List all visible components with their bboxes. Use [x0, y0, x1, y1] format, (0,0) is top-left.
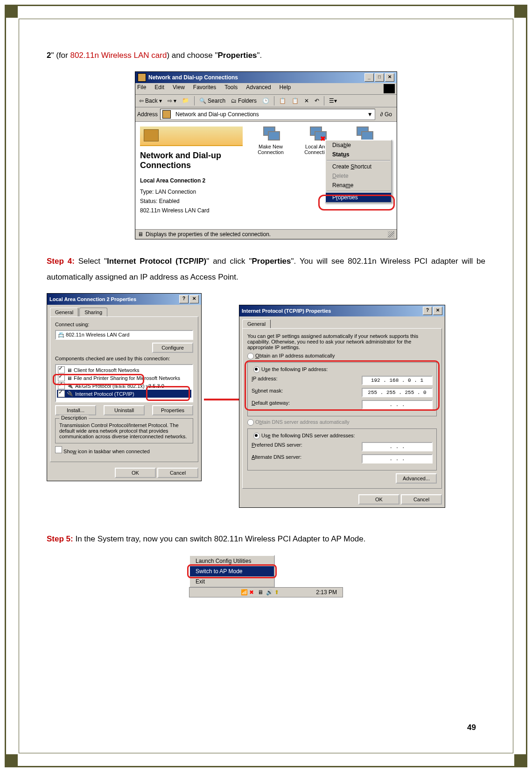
menu-edit[interactable]: Edit: [154, 84, 164, 93]
undo-button[interactable]: ↶: [313, 97, 321, 105]
cm-shortcut[interactable]: Create Shortcut: [326, 162, 391, 171]
move-to-button[interactable]: 📋: [277, 97, 288, 105]
tray-clock: 2:13 PM: [313, 589, 340, 596]
minimize-button[interactable]: _: [364, 73, 374, 82]
ip-field[interactable]: 192 . 168 . 0 . 1: [362, 376, 433, 385]
show-icon-checkbox[interactable]: Show icon in taskbar when connected: [55, 446, 193, 454]
tray-icon-1[interactable]: 📶: [241, 589, 247, 596]
folders-button[interactable]: 🗂 Folders: [229, 97, 259, 105]
adapter-icon: 📇: [58, 332, 64, 337]
dialog-tcpip-properties: Internet Protocol (TCP/IP) Properties ? …: [239, 305, 445, 508]
connection-icon: ✖: [310, 126, 325, 141]
adapter-field: 📇 802.11n Wireless LAN Card: [55, 330, 193, 340]
cancel-button[interactable]: Cancel: [157, 468, 198, 478]
tray-icon-3[interactable]: 🖥: [258, 589, 264, 596]
advanced-button[interactable]: Advanced...: [396, 473, 437, 484]
connection-new-icon: [263, 126, 278, 141]
arrow-icon: [202, 390, 239, 411]
search-button[interactable]: 🔍 Search: [197, 97, 227, 105]
gateway-field[interactable]: . . .: [362, 400, 433, 409]
menu-help[interactable]: Help: [280, 84, 291, 93]
close-button[interactable]: ✕: [385, 73, 394, 82]
install-button[interactable]: Install...: [55, 405, 96, 415]
dialog-title: Local Area Connection 2 Properties: [49, 296, 136, 302]
tab-sharing[interactable]: Sharing: [79, 308, 107, 316]
delete-button[interactable]: ✕: [302, 97, 311, 105]
tab-general[interactable]: General: [50, 308, 78, 316]
monitor-icon: 🖥: [138, 231, 143, 238]
cm-disable[interactable]: Disable: [326, 140, 391, 150]
content: 2" (for 802.11n Wireless LAN card) and c…: [47, 40, 485, 744]
maximize-button[interactable]: □: [375, 73, 384, 82]
cm-status[interactable]: Status: [326, 150, 391, 159]
configure-button[interactable]: Configure: [152, 343, 193, 353]
folder-up-icon: 📁: [182, 97, 189, 105]
pref-dns-field[interactable]: . . .: [362, 442, 433, 451]
forward-button[interactable]: ⇨ ▾: [166, 97, 178, 105]
tray-icon-5[interactable]: ⬆: [274, 589, 281, 596]
step4-text: Step 4: Select "Internet Protocol (TCP/I…: [47, 253, 485, 285]
menu-favorites[interactable]: Favorites: [193, 84, 216, 93]
intro-link: 802.11n Wireless LAN card: [70, 51, 167, 60]
tray-icon-4[interactable]: 🔊: [266, 589, 273, 596]
folder-banner-icon: [140, 126, 243, 146]
systray-screenshot: Launch Config Utilities Switch to AP Mod…: [189, 555, 343, 597]
radio-use-ip[interactable]: Use the following IP address:: [252, 366, 329, 373]
menu-tools[interactable]: Tools: [224, 84, 238, 93]
help-button[interactable]: ?: [423, 307, 432, 315]
description-label: Description: [59, 415, 89, 421]
tray-menu: Launch Config Utilities Switch to AP Mod…: [189, 555, 275, 588]
cancel-button[interactable]: Cancel: [401, 494, 442, 505]
menu-view[interactable]: View: [173, 84, 185, 93]
back-button[interactable]: ⇦ Back ▾: [137, 97, 164, 105]
resize-grip-icon[interactable]: [388, 231, 394, 238]
ok-button[interactable]: OK: [115, 468, 156, 478]
info-panel: Network and Dial-up Connections Local Ar…: [135, 122, 247, 229]
components-list[interactable]: 🖥Client for Microsoft Networks 🖥File and…: [55, 364, 193, 402]
dropdown-icon[interactable]: ▼: [367, 111, 373, 118]
type-line: Type: LAN Connection: [140, 189, 243, 195]
dialog-lac2-properties: Local Area Connection 2 Properties ? ✕ G…: [47, 293, 202, 481]
tab-general[interactable]: General: [242, 319, 271, 328]
radio-obtain-dns: Obtain DNS server address automatically: [247, 419, 437, 426]
close-button[interactable]: ✕: [189, 295, 199, 303]
cm-delete: Delete: [326, 171, 391, 181]
titlebar[interactable]: Network and Dial-up Connections _ □ ✕: [135, 72, 397, 83]
corner-bl: [5, 754, 18, 767]
help-button[interactable]: ?: [179, 295, 189, 303]
components-label: Components checked are used by this conn…: [55, 356, 193, 361]
item-make-new[interactable]: Make New Connection: [252, 126, 289, 155]
ok-button[interactable]: OK: [358, 494, 399, 505]
alt-dns-field[interactable]: . . .: [362, 454, 433, 463]
tray-icon-2[interactable]: ✖: [249, 589, 256, 596]
window-network-connections: Network and Dial-up Connections _ □ ✕ Fi…: [135, 71, 397, 239]
windows-logo-icon: [384, 84, 395, 93]
copy-to-button[interactable]: 📋: [290, 97, 301, 105]
mask-field[interactable]: 255 . 255 . 255 . 0: [362, 388, 433, 397]
menu-file[interactable]: File: [137, 84, 146, 93]
status-line: Status: Enabled: [140, 198, 243, 204]
taskbar-tray: 📶 ✖ 🖥 🔊 ⬆ 2:13 PM: [189, 587, 343, 597]
radio-obtain-auto[interactable]: Obtain an IP address automatically: [247, 353, 437, 359]
connect-using-label: Connect using:: [55, 322, 193, 327]
tray-switch[interactable]: Switch to AP Mode: [190, 566, 274, 576]
toolbar: ⇦ Back ▾ ⇨ ▾ 📁 🔍 Search 🗂 Folders 🕒 📋 📋 …: [135, 95, 397, 107]
page-number: 49: [467, 723, 476, 732]
address-field[interactable]: Network and Dial-up Connections ▼: [160, 109, 375, 120]
dialog-title: Internet Protocol (TCP/IP) Properties: [242, 308, 331, 314]
tray-exit[interactable]: Exit: [190, 576, 274, 587]
cm-rename[interactable]: Rename: [326, 181, 391, 190]
up-button[interactable]: 📁: [180, 96, 191, 105]
protocol-icon: 🔌: [67, 383, 73, 389]
description-text: Transmission Control Protocol/Internet P…: [59, 422, 189, 439]
properties-button[interactable]: Properties: [152, 405, 193, 415]
uninstall-button[interactable]: Uninstall: [104, 405, 145, 415]
cm-properties[interactable]: Properties: [326, 193, 391, 202]
history-button[interactable]: 🕒: [260, 97, 271, 105]
tray-launch[interactable]: Launch Config Utilities: [190, 556, 274, 566]
views-button[interactable]: ☰▾: [327, 97, 339, 105]
menu-advanced[interactable]: Advanced: [246, 84, 271, 93]
close-button[interactable]: ✕: [433, 307, 442, 315]
radio-use-dns[interactable]: Use the following DNS server addresses:: [252, 433, 357, 439]
go-button[interactable]: ∂ Go: [378, 110, 395, 119]
